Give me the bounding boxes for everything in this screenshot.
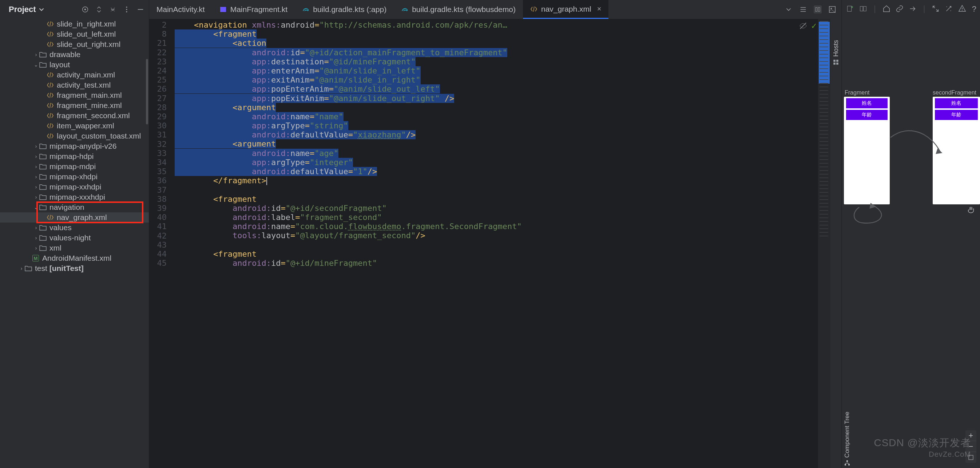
nested-graph-icon[interactable] bbox=[859, 5, 867, 13]
zoom-controls: + − bbox=[966, 430, 976, 463]
tab-nav-graph-xml[interactable]: nav_graph.xml× bbox=[523, 0, 608, 19]
split-icon[interactable] bbox=[814, 5, 822, 13]
tree-row-fragment-main-xml[interactable]: fragment_main.xml bbox=[0, 90, 149, 100]
tree-row-nav-graph-xml[interactable]: nav_graph.xml bbox=[0, 213, 149, 222]
tab-tools bbox=[780, 0, 842, 19]
home-icon[interactable] bbox=[883, 5, 891, 13]
magic-icon[interactable] bbox=[945, 5, 953, 13]
auto-arrange-icon[interactable] bbox=[932, 5, 940, 13]
tree-row-fragment-second-xml[interactable]: fragment_second.xml bbox=[0, 111, 149, 121]
tree-item-label: test [unitTest] bbox=[35, 264, 84, 273]
zoom-out-button[interactable]: − bbox=[966, 441, 976, 452]
xml-icon bbox=[46, 102, 54, 109]
tree-item-label: slide_in_right.xml bbox=[57, 20, 116, 29]
chevron-down-icon[interactable] bbox=[784, 5, 792, 13]
zoom-fit-button[interactable] bbox=[966, 452, 976, 463]
svg-rect-12 bbox=[836, 60, 838, 62]
svg-point-1 bbox=[84, 9, 86, 11]
warn-icon[interactable] bbox=[958, 4, 966, 13]
gradle-icon bbox=[302, 6, 309, 13]
minimize-icon[interactable] bbox=[137, 5, 145, 13]
hosts-label[interactable]: Hosts bbox=[832, 40, 840, 57]
tree-item-label: item_wapper.xml bbox=[57, 121, 114, 130]
tree-row-mipmap-xhdpi[interactable]: ›mipmap-xhdpi bbox=[0, 171, 149, 182]
manifest-icon: M bbox=[32, 255, 39, 262]
component-tree-strip[interactable]: Component Tree bbox=[842, 412, 853, 468]
tree-item-label: slide_out_left.xml bbox=[57, 30, 116, 38]
tree-row-androidmanifest-xml[interactable]: MAndroidManifest.xml bbox=[0, 253, 149, 263]
tree-row-values[interactable]: ›values bbox=[0, 222, 149, 233]
code-body[interactable]: <navigation xmlns:android="http://schema… bbox=[172, 19, 818, 468]
tree-row-mipmap-anydpi-v26[interactable]: ›mipmap-anydpi-v26 bbox=[0, 141, 149, 151]
chevron-down-icon bbox=[39, 7, 44, 12]
help-icon[interactable]: ? bbox=[972, 4, 976, 14]
code-pane[interactable]: 2821222324252627282930313233343536373839… bbox=[149, 19, 830, 468]
tree-row-slide-in-right-xml[interactable]: slide_in_right.xml bbox=[0, 19, 149, 29]
svg-line-10 bbox=[800, 23, 806, 29]
svg-rect-17 bbox=[864, 6, 866, 11]
svg-rect-22 bbox=[969, 455, 973, 460]
tree-row-mipmap-xxxhdpi[interactable]: ›mipmap-xxxhdpi bbox=[0, 192, 149, 202]
target-icon[interactable] bbox=[81, 5, 89, 13]
tab-mainfragment-kt[interactable]: MainFragment.kt bbox=[212, 0, 295, 19]
tree-row-activity-test-xml[interactable]: activity_test.xml bbox=[0, 80, 149, 90]
tab-mainactivity-kt[interactable]: MainActivity.kt bbox=[149, 0, 212, 19]
svg-rect-13 bbox=[834, 63, 835, 65]
svg-point-9 bbox=[830, 8, 832, 9]
collapse-icon[interactable] bbox=[109, 5, 117, 13]
arrow-right-icon[interactable] bbox=[909, 5, 917, 13]
tree-item-label: layout_custom_toast.xml bbox=[57, 132, 141, 140]
folder-icon bbox=[39, 184, 46, 190]
tree-row-slide-out-left-xml[interactable]: slide_out_left.xml bbox=[0, 29, 149, 39]
svg-point-4 bbox=[126, 11, 127, 13]
hide-icon[interactable] bbox=[799, 22, 807, 30]
tab-build-gradle-kts-flowbusdemo-[interactable]: build.gradle.kts (flowbusdemo) bbox=[394, 0, 523, 19]
xml-icon bbox=[46, 41, 54, 48]
tree-row-mipmap-hdpi[interactable]: ›mipmap-hdpi bbox=[0, 151, 149, 162]
minimap[interactable] bbox=[818, 19, 830, 468]
tree-row-xml[interactable]: ›xml bbox=[0, 243, 149, 253]
list-icon[interactable] bbox=[799, 5, 807, 13]
folder-icon bbox=[39, 204, 46, 211]
hosts-icon[interactable] bbox=[833, 59, 839, 65]
svg-point-3 bbox=[126, 9, 127, 10]
deeplink-icon[interactable] bbox=[896, 5, 904, 13]
add-destination-icon[interactable] bbox=[846, 5, 854, 13]
project-tree[interactable]: slide_in_right.xmlslide_out_left.xmlslid… bbox=[0, 19, 149, 468]
xml-icon bbox=[46, 122, 54, 129]
fragment-card-1[interactable]: 姓名 年龄 bbox=[844, 97, 890, 205]
tab-label: build.gradle.kts (flowbusdemo) bbox=[412, 5, 515, 14]
svg-rect-24 bbox=[845, 464, 846, 465]
kt-icon bbox=[220, 6, 227, 13]
scrollbar-thumb[interactable] bbox=[146, 59, 148, 124]
xml-icon bbox=[46, 31, 54, 38]
design-canvas[interactable]: Fragment secondFragment 姓名 年龄 姓名 年龄 bbox=[842, 17, 980, 468]
tree-row-mipmap-mdpi[interactable]: ›mipmap-mdpi bbox=[0, 162, 149, 171]
close-icon[interactable]: × bbox=[597, 5, 601, 13]
tree-row-activity-main-xml[interactable]: activity_main.xml bbox=[0, 70, 149, 80]
tree-row-mipmap-xxhdpi[interactable]: ›mipmap-xxhdpi bbox=[0, 182, 149, 192]
tab-build-gradle-kts-app-[interactable]: build.gradle.kts (:app) bbox=[295, 0, 394, 19]
tree-row-test-unittest-[interactable]: ›test [unitTest] bbox=[0, 263, 149, 273]
pan-icon[interactable] bbox=[967, 206, 975, 216]
expand-icon[interactable] bbox=[95, 5, 103, 13]
tree-row-slide-out-right-xml[interactable]: slide_out_right.xml bbox=[0, 39, 149, 49]
zoom-in-button[interactable]: + bbox=[966, 430, 976, 441]
more-icon[interactable] bbox=[123, 5, 130, 13]
project-header: Project bbox=[0, 0, 149, 19]
tree-row-layout-custom-toast-xml[interactable]: layout_custom_toast.xml bbox=[0, 131, 149, 141]
ok-check-icon: ✓ bbox=[811, 21, 817, 31]
tree-item-label: drawable bbox=[49, 50, 80, 59]
tree-row-values-night[interactable]: ›values-night bbox=[0, 233, 149, 243]
tree-item-label: mipmap-anydpi-v26 bbox=[49, 142, 116, 151]
tree-row-drawable[interactable]: ›drawable bbox=[0, 49, 149, 60]
tree-row-layout[interactable]: ⌄layout bbox=[0, 60, 149, 70]
tree-item-label: fragment_mine.xml bbox=[57, 101, 122, 110]
tree-row-navigation[interactable]: ⌄navigation bbox=[0, 202, 149, 213]
project-title[interactable]: Project bbox=[9, 5, 81, 14]
folder-icon bbox=[39, 163, 46, 170]
tree-row-fragment-mine-xml[interactable]: fragment_mine.xml bbox=[0, 100, 149, 111]
tree-row-item-wapper-xml[interactable]: item_wapper.xml bbox=[0, 121, 149, 131]
layout-icon[interactable] bbox=[828, 5, 836, 13]
tab-label: build.gradle.kts (:app) bbox=[313, 5, 387, 14]
